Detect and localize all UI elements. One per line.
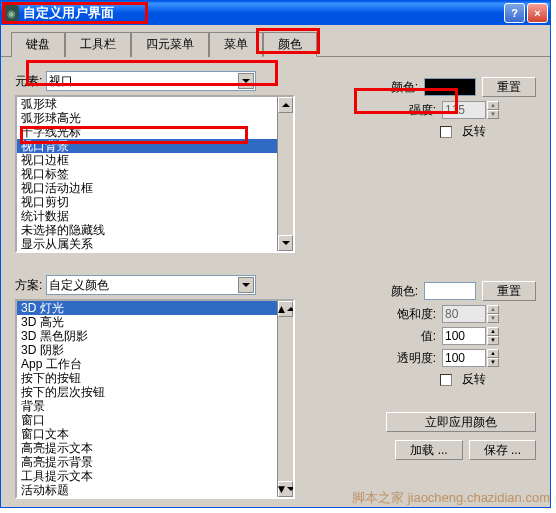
list-item[interactable]: 视口剪切 <box>17 195 293 209</box>
reset-button[interactable]: 重置 <box>482 77 536 97</box>
element-value: 视口 <box>49 73 73 90</box>
spin-up-icon[interactable]: ▲ <box>487 101 499 110</box>
load-button[interactable]: 加载 ... <box>395 440 462 460</box>
scheme-label: 方案: <box>15 277 42 294</box>
scroll-up-icon[interactable]: ▲ <box>278 301 293 317</box>
value-spinner[interactable]: 100▲▼ <box>442 327 486 345</box>
list-item[interactable]: 工具提示文本 <box>17 469 293 483</box>
invert-checkbox[interactable] <box>440 126 452 138</box>
scheme-listbox[interactable]: 3D 灯光 3D 高光 3D 黑色阴影 3D 阴影 App 工作台 按下的按钮 … <box>15 299 295 499</box>
close-button[interactable]: × <box>527 3 548 23</box>
save-button[interactable]: 保存 ... <box>469 440 536 460</box>
list-item[interactable]: 按下的层次按钮 <box>17 385 293 399</box>
scroll-down-icon[interactable]: ▼ <box>278 481 293 497</box>
list-item[interactable]: 窗口 <box>17 413 293 427</box>
saturation-spinner[interactable]: 80▲▼ <box>442 305 486 323</box>
alpha-label: 透明度: <box>397 350 436 367</box>
list-item[interactable]: 窗口文本 <box>17 427 293 441</box>
app-icon: ◉ <box>3 5 19 21</box>
list-item[interactable]: 视口活动边框 <box>17 181 293 195</box>
dropdown-icon[interactable] <box>238 73 254 89</box>
tab-menu[interactable]: 菜单 <box>209 32 263 57</box>
intensity-label: 强度: <box>409 102 436 119</box>
list-item-selected[interactable]: 视口背景 <box>17 139 293 153</box>
list-item[interactable]: 十字线光标 <box>17 125 293 139</box>
list-item[interactable]: 弧形球高光 <box>17 111 293 125</box>
list-item[interactable]: 视口边框 <box>17 153 293 167</box>
list-item[interactable]: 活动命令 <box>17 497 293 499</box>
list-item[interactable]: 高亮提示背景 <box>17 455 293 469</box>
list-item-selected[interactable]: 3D 灯光 <box>17 301 293 315</box>
scheme-value: 自定义颜色 <box>49 277 109 294</box>
invert-label: 反转 <box>462 123 486 140</box>
list-item[interactable]: 背景 <box>17 399 293 413</box>
titlebar: ◉ 自定义用户界面 ? × <box>1 1 550 25</box>
list-item[interactable]: 3D 阴影 <box>17 343 293 357</box>
scheme-select[interactable]: 自定义颜色 <box>46 275 256 295</box>
intensity-spinner[interactable]: 115 ▲▼ <box>442 101 486 119</box>
scrollbar[interactable] <box>277 97 293 251</box>
list-item[interactable]: 弧形球 <box>17 97 293 111</box>
help-button[interactable]: ? <box>504 3 525 23</box>
reset-button[interactable]: 重置 <box>482 281 536 301</box>
window-title: 自定义用户界面 <box>23 4 502 22</box>
list-item[interactable]: 3D 黑色阴影 <box>17 329 293 343</box>
element-label: 元素: <box>15 73 42 90</box>
list-item[interactable]: 3D 高光 <box>17 315 293 329</box>
tab-quadmenu[interactable]: 四元菜单 <box>131 32 209 57</box>
invert-checkbox[interactable] <box>440 374 452 386</box>
color-swatch[interactable] <box>424 282 476 300</box>
list-item[interactable]: 高亮提示文本 <box>17 441 293 455</box>
list-item[interactable]: 未选择的隐藏线 <box>17 223 293 237</box>
dropdown-icon[interactable] <box>238 277 254 293</box>
apply-now-button[interactable]: 立即应用颜色 <box>386 412 536 432</box>
spin-down-icon[interactable]: ▼ <box>487 110 499 119</box>
list-item[interactable]: 按下的按钮 <box>17 371 293 385</box>
scroll-down-icon[interactable] <box>278 235 293 251</box>
color-label: 颜色: <box>391 283 418 300</box>
list-item[interactable]: 显示从属关系 <box>17 237 293 251</box>
tab-bar: 键盘 工具栏 四元菜单 菜单 颜色 <box>1 25 550 57</box>
saturation-label: 饱和度: <box>397 306 436 323</box>
tab-keyboard[interactable]: 键盘 <box>11 32 65 57</box>
element-listbox[interactable]: 弧形球 弧形球高光 十字线光标 视口背景 视口边框 视口标签 视口活动边框 视口… <box>15 95 295 253</box>
list-item[interactable]: 视口标签 <box>17 167 293 181</box>
color-swatch[interactable] <box>424 78 476 96</box>
scrollbar[interactable]: ▲ ▼ <box>277 301 293 497</box>
tab-toolbars[interactable]: 工具栏 <box>65 32 131 57</box>
list-item[interactable]: 活动标题 <box>17 483 293 497</box>
invert-label: 反转 <box>462 371 486 388</box>
value-label: 值: <box>421 328 436 345</box>
scroll-up-icon[interactable] <box>278 97 293 113</box>
list-item[interactable]: App 工作台 <box>17 357 293 371</box>
tab-color[interactable]: 颜色 <box>263 32 317 57</box>
element-select[interactable]: 视口 <box>46 71 256 91</box>
alpha-spinner[interactable]: 100▲▼ <box>442 349 486 367</box>
color-label: 颜色: <box>391 79 418 96</box>
list-item[interactable]: 统计数据 <box>17 209 293 223</box>
